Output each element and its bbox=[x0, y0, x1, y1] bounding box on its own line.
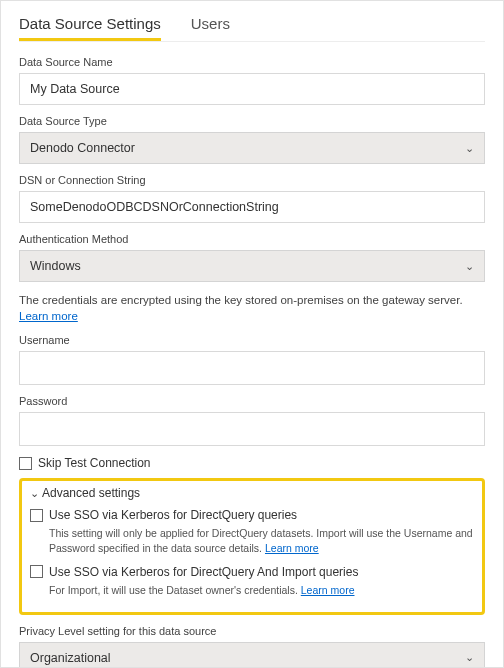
label-auth-method: Authentication Method bbox=[19, 233, 485, 245]
sso-dq-import-label: Use SSO via Kerberos for DirectQuery And… bbox=[49, 565, 358, 579]
sso-dq-label: Use SSO via Kerberos for DirectQuery que… bbox=[49, 508, 297, 522]
sso-dq-row: Use SSO via Kerberos for DirectQuery que… bbox=[30, 508, 474, 522]
data-source-settings-panel: Data Source Settings Users Data Source N… bbox=[0, 0, 504, 668]
label-dsn: DSN or Connection String bbox=[19, 174, 485, 186]
auth-method-value: Windows bbox=[30, 259, 81, 273]
advanced-settings-title: Advanced settings bbox=[42, 486, 140, 500]
sso-dq-import-hint: For Import, it will use the Dataset owne… bbox=[49, 583, 474, 598]
chevron-down-icon: ⌄ bbox=[465, 651, 474, 664]
sso-dq-import-row: Use SSO via Kerberos for DirectQuery And… bbox=[30, 565, 474, 579]
sso-dq-import-hint-text: For Import, it will use the Dataset owne… bbox=[49, 584, 298, 596]
privacy-level-select[interactable]: Organizational ⌄ bbox=[19, 642, 485, 668]
skip-test-checkbox[interactable] bbox=[19, 457, 32, 470]
password-input[interactable] bbox=[19, 412, 485, 446]
label-data-source-type: Data Source Type bbox=[19, 115, 485, 127]
advanced-settings-toggle[interactable]: ⌄ Advanced settings bbox=[30, 486, 474, 500]
learn-more-link[interactable]: Learn more bbox=[301, 584, 355, 596]
credentials-info-text: The credentials are encrypted using the … bbox=[19, 294, 463, 306]
tabs: Data Source Settings Users bbox=[19, 11, 485, 42]
label-data-source-name: Data Source Name bbox=[19, 56, 485, 68]
sso-dq-import-checkbox[interactable] bbox=[30, 565, 43, 578]
auth-method-select[interactable]: Windows ⌄ bbox=[19, 250, 485, 282]
chevron-down-icon: ⌄ bbox=[465, 260, 474, 273]
data-source-type-value: Denodo Connector bbox=[30, 141, 135, 155]
skip-test-row: Skip Test Connection bbox=[19, 456, 485, 470]
learn-more-link[interactable]: Learn more bbox=[19, 310, 78, 322]
sso-dq-checkbox[interactable] bbox=[30, 509, 43, 522]
chevron-down-icon: ⌄ bbox=[30, 487, 39, 500]
privacy-level-value: Organizational bbox=[30, 651, 111, 665]
chevron-down-icon: ⌄ bbox=[465, 142, 474, 155]
label-privacy: Privacy Level setting for this data sour… bbox=[19, 625, 485, 637]
sso-dq-hint-text: This setting will only be applied for Di… bbox=[49, 527, 473, 554]
tab-data-source-settings[interactable]: Data Source Settings bbox=[19, 11, 161, 41]
label-password: Password bbox=[19, 395, 485, 407]
username-input[interactable] bbox=[19, 351, 485, 385]
credentials-info: The credentials are encrypted using the … bbox=[19, 292, 485, 324]
label-username: Username bbox=[19, 334, 485, 346]
data-source-type-select[interactable]: Denodo Connector ⌄ bbox=[19, 132, 485, 164]
learn-more-link[interactable]: Learn more bbox=[265, 542, 319, 554]
sso-dq-hint: This setting will only be applied for Di… bbox=[49, 526, 474, 556]
data-source-name-input[interactable] bbox=[19, 73, 485, 105]
dsn-input[interactable] bbox=[19, 191, 485, 223]
tab-users[interactable]: Users bbox=[191, 11, 230, 41]
skip-test-label: Skip Test Connection bbox=[38, 456, 151, 470]
advanced-settings-panel: ⌄ Advanced settings Use SSO via Kerberos… bbox=[19, 478, 485, 615]
